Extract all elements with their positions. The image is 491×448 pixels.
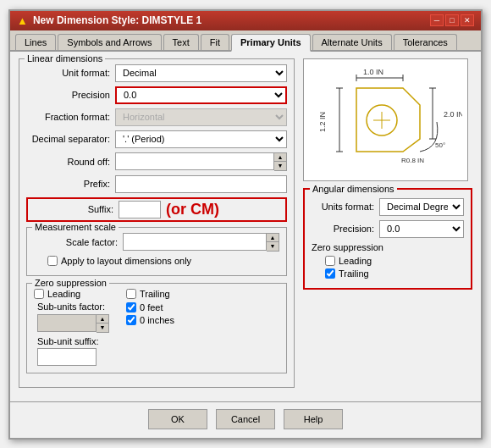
angular-trailing-label: Trailing	[339, 268, 369, 279]
cancel-button[interactable]: Cancel	[216, 409, 275, 429]
ok-button[interactable]: OK	[148, 409, 207, 429]
unit-format-label: Unit format:	[26, 68, 115, 78]
title-controls: ─ □ ✕	[430, 14, 474, 26]
roundoff-row: Round off: 0.0000 ▲ ▼	[26, 152, 287, 171]
fraction-label: Fraction format:	[26, 112, 115, 122]
scale-label: Scale factor:	[34, 237, 123, 247]
angular-group-label: Angular dimensions	[310, 184, 397, 194]
angular-zero-label: Zero suppression	[312, 242, 464, 252]
right-panel: 1.0 IN 2.0 IN 1.2 IN 50° R0.8 IN Angular…	[303, 58, 472, 395]
leading-checkbox[interactable]	[34, 289, 44, 299]
unit-format-select[interactable]: Decimal	[115, 64, 287, 82]
leading-row: Leading	[34, 289, 109, 299]
window-title: New Dimension Style: DIMSTYLE 1	[33, 14, 201, 26]
suffix-label: Suffix:	[30, 204, 119, 214]
linear-group-label: Linear dimensions	[25, 53, 105, 64]
fraction-control: Horizontal	[115, 108, 287, 126]
sub-units-section: Sub-units factor: 100.0000 ▲ ▼ Sub-un	[37, 301, 109, 366]
apply-layout-label: Apply to layout dimensions only	[61, 256, 191, 266]
sub-suffix-input[interactable]	[37, 348, 97, 366]
roundoff-input[interactable]: 0.0000	[115, 152, 274, 170]
inches-label: 0 inches	[140, 315, 174, 325]
svg-text:2.0 IN: 2.0 IN	[444, 110, 462, 119]
angular-trailing-row: Trailing	[312, 268, 464, 279]
angular-trailing-checkbox[interactable]	[325, 268, 335, 279]
sub-units-up[interactable]: ▲	[97, 315, 108, 324]
sub-units-row: Sub-units factor:	[37, 301, 109, 312]
suffix-row: Suffix: IN (or CM)	[30, 201, 284, 218]
angular-leading-label: Leading	[339, 256, 372, 266]
fraction-row: Fraction format: Horizontal	[26, 108, 287, 126]
fraction-select[interactable]: Horizontal	[115, 108, 287, 126]
tab-tolerances[interactable]: Tolerances	[394, 34, 457, 50]
sub-units-input[interactable]: 100.0000	[37, 314, 97, 332]
precision-select[interactable]: 0.0	[115, 86, 287, 104]
trailing-label: Trailing	[140, 289, 170, 299]
inches-checkbox[interactable]	[126, 315, 136, 325]
tab-text[interactable]: Text	[163, 34, 199, 50]
scale-down[interactable]: ▼	[267, 242, 279, 251]
sub-units-down[interactable]: ▼	[97, 324, 108, 332]
roundoff-up[interactable]: ▲	[274, 153, 286, 162]
main-window: ▲ New Dimension Style: DIMSTYLE 1 ─ □ ✕ …	[8, 9, 483, 440]
angular-precision-select[interactable]: 0.0	[379, 220, 464, 238]
feet-checkbox[interactable]	[126, 302, 136, 312]
dimension-preview-svg: 1.0 IN 2.0 IN 1.2 IN 50° R0.8 IN	[310, 63, 462, 177]
prefix-label: Prefix:	[26, 179, 115, 189]
roundoff-control: 0.0000 ▲ ▼	[115, 152, 287, 171]
preview-area: 1.0 IN 2.0 IN 1.2 IN 50° R0.8 IN	[303, 58, 468, 181]
sub-units-spinner: ▲ ▼	[97, 314, 109, 333]
title-bar: ▲ New Dimension Style: DIMSTYLE 1 ─ □ ✕	[10, 11, 481, 30]
roundoff-spinner: ▲ ▼	[274, 152, 287, 171]
scale-spinner: ▲ ▼	[267, 233, 279, 252]
precision-control: 0.0	[115, 86, 287, 104]
prefix-control	[115, 175, 287, 193]
tab-fit[interactable]: Fit	[201, 34, 229, 50]
roundoff-down[interactable]: ▼	[274, 162, 286, 170]
suffix-input[interactable]: IN	[119, 201, 161, 218]
suffix-wrapper: Suffix: IN (or CM)	[26, 197, 287, 222]
svg-text:R0.8 IN: R0.8 IN	[401, 157, 424, 164]
scale-control: 1.0000 ▲ ▼	[123, 233, 279, 252]
tab-symbols[interactable]: Symbols and Arrows	[58, 34, 161, 50]
scale-input[interactable]: 1.0000	[123, 233, 267, 251]
angular-leading-row: Leading	[312, 256, 464, 266]
angular-units-label: Units format:	[312, 202, 379, 212]
measurement-group: Measurement scale Scale factor: 1.0000 ▲…	[26, 227, 287, 276]
minimize-button[interactable]: ─	[430, 14, 444, 26]
svg-text:1.2 IN: 1.2 IN	[318, 111, 327, 131]
maximize-button[interactable]: □	[445, 14, 459, 26]
zero-suppression-group: Zero suppression Leading Sub-units facto…	[26, 283, 287, 373]
decimal-select[interactable]: '.' (Period)	[115, 130, 287, 148]
angular-precision-label: Precision:	[312, 224, 379, 234]
tab-bar: Lines Symbols and Arrows Text Fit Primar…	[10, 30, 481, 52]
suffix-control: IN (or CM)	[119, 201, 284, 218]
angular-units-select[interactable]: Decimal Degrees	[379, 198, 464, 216]
left-panel: Linear dimensions Unit format: Decimal P…	[19, 58, 295, 395]
zero-group-label: Zero suppression	[32, 278, 109, 288]
decimal-row: Decimal separator: '.' (Period)	[26, 130, 287, 148]
angular-units-control: Decimal Degrees	[379, 198, 464, 216]
tab-alternate[interactable]: Alternate Units	[312, 34, 392, 50]
close-button[interactable]: ✕	[461, 14, 474, 26]
scale-up[interactable]: ▲	[267, 234, 279, 242]
unit-format-row: Unit format: Decimal	[26, 64, 287, 82]
angular-group: Angular dimensions Units format: Decimal…	[303, 188, 472, 290]
sub-units-control: 100.0000 ▲ ▼	[37, 314, 109, 333]
decimal-label: Decimal separator:	[26, 134, 115, 144]
bottom-bar: OK Cancel Help	[10, 401, 481, 438]
suffix-annotation: (or CM)	[166, 201, 219, 218]
measurement-group-label: Measurement scale	[32, 222, 119, 232]
precision-label: Precision	[26, 90, 115, 100]
tab-lines[interactable]: Lines	[15, 34, 56, 50]
tab-primary[interactable]: Primary Units	[231, 34, 311, 52]
help-button[interactable]: Help	[284, 409, 343, 429]
leading-label: Leading	[47, 289, 80, 299]
sub-suffix-label: Sub-unit suffix:	[37, 336, 109, 346]
apply-layout-checkbox[interactable]	[47, 256, 58, 266]
angular-precision-row: Precision: 0.0	[312, 220, 464, 238]
angular-leading-checkbox[interactable]	[325, 256, 335, 266]
prefix-input[interactable]	[115, 175, 287, 193]
trailing-checkbox[interactable]	[126, 289, 136, 299]
decimal-control: '.' (Period)	[115, 130, 287, 148]
